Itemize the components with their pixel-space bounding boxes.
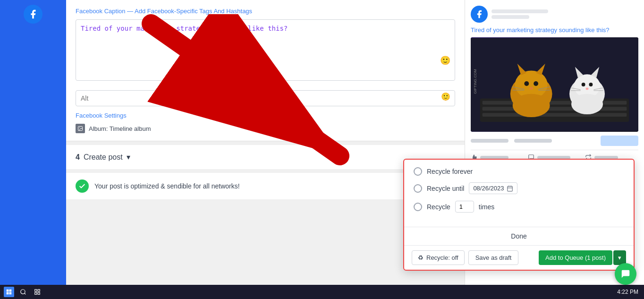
bottom-actions: ♻ Recycle: off Save as draft Add to Queu…: [404, 245, 634, 270]
sidebar: [0, 0, 66, 299]
svg-point-1: [79, 128, 80, 128]
taskbar: 4:22 PM: [0, 285, 644, 299]
date-value: 08/26/2023: [473, 185, 504, 192]
taskbar-taskview[interactable]: [32, 287, 42, 297]
emoji-button-alt[interactable]: 🙂: [441, 92, 450, 101]
recycle-forever-label: Recycle forever: [427, 168, 473, 175]
svg-text:GIFTING.COM: GIFTING.COM: [473, 69, 477, 94]
preview-button: [601, 136, 638, 146]
svg-point-13: [534, 81, 538, 86]
svg-point-14: [529, 87, 533, 90]
step4-header[interactable]: 4 Create post ▾: [76, 153, 455, 162]
taskbar-start[interactable]: [4, 287, 14, 297]
recycle-off-button[interactable]: ♻ Recycle: off: [412, 250, 465, 265]
dropdown-arrow: ▾: [618, 254, 621, 261]
alt-text-input[interactable]: [76, 90, 455, 106]
recycle-option-times[interactable]: Recycle times: [414, 201, 624, 213]
svg-rect-33: [508, 186, 513, 191]
recycle-until-label: Recycle until: [427, 185, 464, 192]
preview-image: GIFTING.COM: [471, 37, 638, 132]
recycle-options: Recycle forever Recycle until 08/26/2023…: [404, 160, 634, 227]
caption-label[interactable]: Facebook Caption — Add Facebook-Specific…: [76, 8, 455, 15]
preview-content-lines: [471, 136, 638, 146]
svg-point-25: [589, 83, 593, 86]
recycle-off-label: Recycle: off: [426, 254, 458, 261]
recycle-times-label: Recycle: [427, 203, 450, 211]
add-queue-group: Add to Queue (1 post) ▾: [539, 250, 626, 265]
radio-forever[interactable]: [414, 167, 422, 176]
radio-until[interactable]: [414, 184, 422, 193]
add-queue-button[interactable]: Add to Queue (1 post): [539, 250, 612, 265]
times-suffix: times: [479, 203, 494, 211]
facebook-settings-link[interactable]: Facebook Settings: [76, 112, 455, 119]
preview-line-1: [471, 139, 508, 143]
svg-point-41: [21, 290, 25, 294]
svg-rect-39: [7, 292, 9, 295]
preview-name-line: [491, 9, 548, 13]
times-input[interactable]: [455, 201, 474, 213]
recycle-popup: Recycle forever Recycle until 08/26/2023…: [403, 159, 635, 271]
svg-point-12: [524, 81, 529, 86]
facebook-icon: [24, 5, 42, 24]
date-input[interactable]: 08/26/2023: [469, 182, 517, 194]
svg-rect-38: [9, 290, 12, 292]
preview-meta-line: [491, 15, 529, 19]
check-icon: [76, 179, 89, 193]
svg-rect-46: [38, 292, 40, 294]
calendar-icon: [507, 185, 513, 192]
album-label: Album: Timeline album: [89, 125, 151, 132]
album-icon: [76, 124, 85, 133]
caption-textarea[interactable]: Tired of your marketing strategy soundin…: [76, 19, 455, 81]
step4-label: Create post: [84, 153, 123, 162]
step-number: 4: [76, 153, 80, 162]
svg-point-19: [513, 94, 550, 117]
preview-fb-avatar: [471, 6, 488, 23]
done-row: Done: [404, 227, 634, 245]
svg-rect-37: [7, 290, 9, 292]
svg-rect-45: [35, 292, 37, 294]
recycle-option-until[interactable]: Recycle until 08/26/2023: [414, 182, 624, 194]
emoji-button-caption[interactable]: 🙂: [440, 55, 450, 66]
preview-line-2: [514, 139, 552, 143]
svg-rect-43: [35, 290, 37, 291]
radio-times[interactable]: [414, 203, 422, 211]
svg-point-31: [571, 94, 603, 114]
optimization-text: Your post is optimized & sendible for al…: [94, 182, 240, 190]
preview-name-area: [491, 9, 638, 19]
preview-subtitle: Tired of your marketing strategy soundin…: [471, 26, 638, 34]
album-row: Album: Timeline album: [76, 124, 455, 133]
recycle-icon: ♻: [418, 254, 424, 261]
svg-rect-5: [483, 101, 627, 105]
recycle-option-forever[interactable]: Recycle forever: [414, 167, 624, 176]
svg-rect-7: [483, 113, 627, 117]
svg-rect-6: [483, 107, 627, 111]
chat-bubble[interactable]: [615, 263, 636, 285]
svg-point-26: [586, 87, 589, 90]
caption-section: Facebook Caption — Add Facebook-Specific…: [66, 0, 465, 141]
svg-rect-40: [9, 292, 12, 295]
step4-chevron: ▾: [127, 153, 130, 162]
taskbar-time: 4:22 PM: [617, 289, 638, 295]
done-button[interactable]: Done: [511, 232, 526, 240]
svg-rect-44: [38, 290, 40, 291]
taskbar-search[interactable]: [18, 287, 28, 297]
save-draft-button[interactable]: Save as draft: [468, 250, 519, 265]
preview-header: [471, 6, 638, 23]
svg-line-42: [25, 293, 26, 295]
svg-point-24: [582, 83, 585, 86]
